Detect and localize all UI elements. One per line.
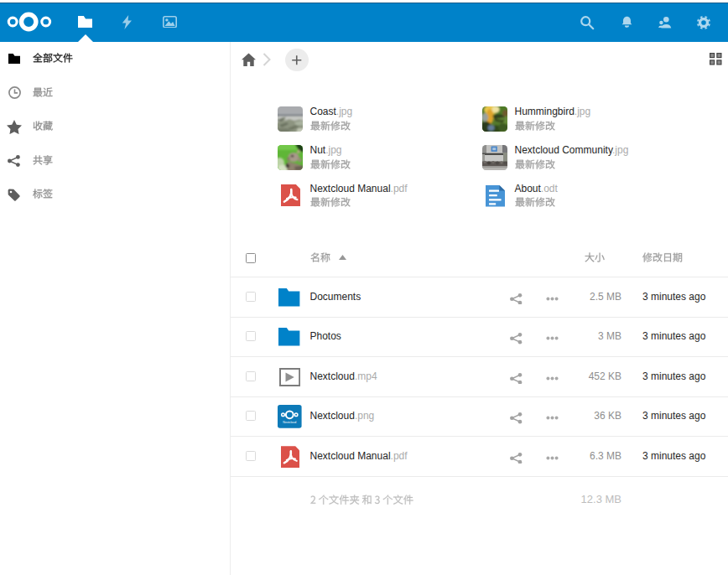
svg-text:Nextcloud: Nextcloud <box>283 422 297 425</box>
